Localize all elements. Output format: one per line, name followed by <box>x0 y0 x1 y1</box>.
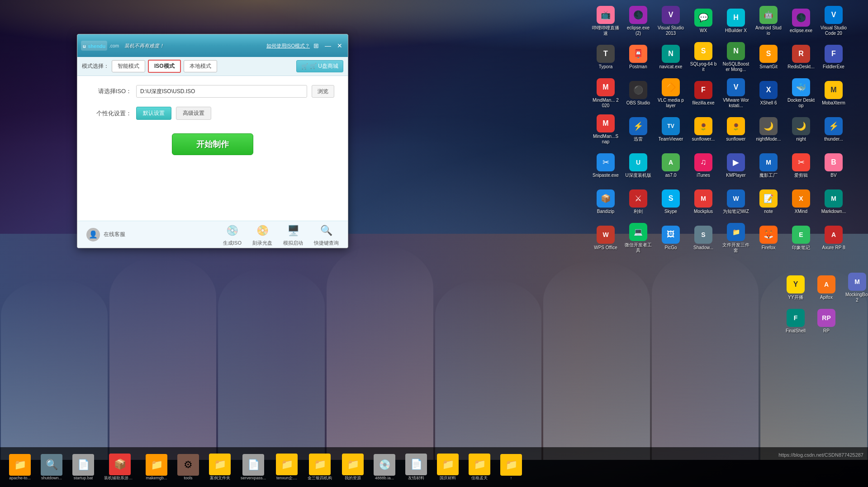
desktop-icon-picgo[interactable]: 🖼 PicGo <box>655 220 686 256</box>
desktop-icon-skype[interactable]: S Skype <box>655 184 686 220</box>
desktop-icon-rp[interactable]: RP RP <box>811 306 842 336</box>
desktop-icon-wechat[interactable]: 💬 WX <box>688 3 719 39</box>
restore-btn[interactable]: ⊞ <box>312 41 321 50</box>
desktop-icon-docker[interactable]: 🐳 Docker Desktop <box>786 75 816 111</box>
taskbar-tenxun[interactable]: 📁 tenxun企.... <box>272 452 301 483</box>
taskbar-startup[interactable]: 📄 startup.bat <box>69 452 98 482</box>
desktop-icon-lijian[interactable]: ⚔ 利剑 <box>623 184 654 220</box>
desktop-icon-mobaxtrem[interactable]: M MobaXterm <box>818 75 849 111</box>
desktop-icon-axure[interactable]: A Axure RP 8 <box>818 220 849 256</box>
minimize-btn[interactable]: — <box>323 41 332 50</box>
help-link[interactable]: 如何使用ISO模式？ <box>266 43 310 49</box>
desktop-icon-fiddler[interactable]: F FiddlerExe <box>818 39 849 75</box>
usb-btn-label: 🛒 U盘商城 <box>310 62 338 70</box>
desktop-icon-navicat[interactable]: N navicat.exe <box>655 39 686 75</box>
desktop-icon-itunes[interactable]: ♫ iTunes <box>688 147 719 184</box>
desktop-icon-mockingbot[interactable]: M MockingBot 2 <box>842 270 868 306</box>
desktop-icon-android-studio[interactable]: 🤖 Android Studio <box>753 3 784 39</box>
desktop-icon-filezilla[interactable]: F filezilla.exe <box>688 75 719 111</box>
taskbar-case-folder[interactable]: 📁 案例文件夹 <box>205 452 234 483</box>
desktop-icon-xmind[interactable]: X XMind <box>786 184 816 220</box>
customer-service[interactable]: 👤 在线客服 <box>86 228 125 241</box>
taskbar-makemgb[interactable]: 📁 makemgb... <box>142 452 171 482</box>
desktop-icon-bilibili[interactable]: 📺 哔哩哔哩直播速 <box>590 3 621 39</box>
taskbar-my-resource[interactable]: 📁 我的资源 <box>338 452 367 483</box>
desktop-icon-mockplus[interactable]: M Mockplus <box>688 184 719 220</box>
footer-generate-iso[interactable]: 💿 生成ISO <box>223 222 242 246</box>
desktop-icon-postman[interactable]: 📮 Postman <box>623 39 654 75</box>
desktop-icon-sunflower1[interactable]: 🌻 sunflower... <box>688 111 719 147</box>
desktop-icon-yy[interactable]: Y YY开播 <box>780 270 811 306</box>
desktop-icon-sqlyog[interactable]: S SQLyog-64 bit <box>688 39 719 75</box>
window-content: 请选择ISO： 浏览 个性化设置： 默认设置 高级设置 开始制作 <box>77 76 348 221</box>
iso-path-input[interactable] <box>136 85 307 98</box>
desktop-icon-ushendu[interactable]: U U深度装机版 <box>623 147 654 184</box>
footer-burn-disc[interactable]: 📀 刻录光盘 <box>252 222 272 246</box>
taskbar-apache[interactable]: 📁 apache-to... <box>5 452 34 482</box>
desktop-icon-magic-movie[interactable]: M 魔影工厂 <box>753 147 784 184</box>
taskbar-guoqing[interactable]: 📁 国庆材料 <box>433 452 462 483</box>
taskbar-games-zip[interactable]: 📦 装机辅助系游戏.zip <box>100 452 139 483</box>
desktop-icon-shadow[interactable]: S Shadow... <box>688 220 719 256</box>
taskbar-jiameng[interactable]: 📁 佳格孟天 <box>465 452 494 483</box>
desktop-icon-teamviewer[interactable]: TV TeamViewer <box>655 111 686 147</box>
desktop-icon-night[interactable]: 🌙 night <box>786 111 816 147</box>
desktop-icon-mindmansnap[interactable]: M MindMan...Snap <box>590 111 621 147</box>
taskbar-server[interactable]: 📄 serverxpass... <box>237 452 270 482</box>
desktop-icon-note[interactable]: 📝 note <box>753 184 784 220</box>
desktop-icon-wechat-dev[interactable]: 💻 微信开发者工具 <box>623 220 654 256</box>
desktop-icon-finalshell[interactable]: F FinalShell <box>780 306 811 336</box>
desktop-icon-wps[interactable]: W WPS Office <box>590 220 621 256</box>
advanced-settings-btn[interactable]: 高级设置 <box>176 107 211 120</box>
desktop-icon-sunflower2[interactable]: 🌻 sunflower <box>721 111 751 147</box>
desktop-icon-vlc[interactable]: 🔶 VLC media player <box>655 75 686 111</box>
taskbar-tools[interactable]: ⚙ tools <box>174 452 203 482</box>
start-make-btn[interactable]: 开始制作 <box>172 133 253 155</box>
tab-iso-mode[interactable]: ISO模式 <box>148 60 181 73</box>
desktop-icon-eclipse-exe[interactable]: 🌑 eclipse.exe <box>786 3 816 39</box>
desktop-icon-yinxiang[interactable]: E 印象笔记 <box>786 220 816 256</box>
desktop-icon-apifox[interactable]: A Apifox <box>811 270 842 306</box>
desktop-icon-smartgit[interactable]: S SmartGit <box>753 39 784 75</box>
close-btn[interactable]: ✕ <box>335 41 344 50</box>
desktop-icon-mindman2020[interactable]: M MindMan... 2020 <box>590 75 621 111</box>
desktop-icon-nosqlbooster[interactable]: N NoSQLBooster Mong... <box>721 39 751 75</box>
taskbar-iso[interactable]: 💿 4888b.ia... <box>370 452 399 482</box>
desktop-icon-nightmode1[interactable]: 🌙 nightMode... <box>753 111 784 147</box>
desktop-icon-redisdesktop[interactable]: R RedisDeskt... <box>786 39 816 75</box>
desktop-icon-obs[interactable]: ⚫ OBS Studio <box>623 75 654 111</box>
desktop-icon-as7[interactable]: A as7.0 <box>655 147 686 184</box>
footer-shortcut-query[interactable]: 🔍 快捷键查询 <box>314 222 339 246</box>
usb-store-btn[interactable]: 🛒 🛒 U盘商城 <box>296 60 343 72</box>
default-settings-btn[interactable]: 默认设置 <box>136 107 171 120</box>
desktop-icon-markdownpad[interactable]: M Markdown... <box>818 184 849 220</box>
desktop-icon-firefox[interactable]: 🦊 Firefox <box>753 220 784 256</box>
desktop-icon-weizhi[interactable]: W 为知笔记WiZ <box>721 184 751 220</box>
desktop-icon-devtools[interactable]: 📁 文件开发三件套 <box>721 220 751 256</box>
browse-btn[interactable]: 浏览 <box>312 85 334 98</box>
desktop-icon-aijianji[interactable]: ✂ 爱剪辑 <box>786 147 816 184</box>
taskbar-gold-silver[interactable]: 📁 金三银四机构 <box>304 452 336 483</box>
tab-smart-mode[interactable]: 智能模式 <box>112 60 145 72</box>
desktop-icon-bv[interactable]: B BV <box>818 147 849 184</box>
tab-local-mode[interactable]: 本地模式 <box>184 60 217 72</box>
desktop-icon-thunder[interactable]: ⚡ 迅雷 <box>623 111 654 147</box>
desktop-icon-typora[interactable]: T Typora <box>590 39 621 75</box>
mode-label: 模式选择： <box>82 62 109 70</box>
footer-simulate-boot[interactable]: 🖥️ 模拟启动 <box>283 222 303 246</box>
desktop-icon-bandizip[interactable]: 📦 Bandizip <box>590 184 621 220</box>
taskbar-shutdown[interactable]: 🔍 shutdown... <box>37 452 66 482</box>
desktop-icon-xshell[interactable]: X XShell 6 <box>753 75 784 111</box>
desktop-icon-eclipse2[interactable]: 🌑 eclipse.exe(2) <box>623 3 654 39</box>
avatar: 👤 <box>86 228 100 241</box>
desktop-icon-thunder1[interactable]: ⚡ thunder... <box>818 111 849 147</box>
simulate-boot-label: 模拟启动 <box>283 240 303 246</box>
desktop-icon-snipaste[interactable]: ✂ Snipaste.exe <box>590 147 621 184</box>
taskbar-youqing[interactable]: 📄 友情材料 <box>402 452 431 483</box>
desktop-icon-vmware[interactable]: V VMware Workstati... <box>721 75 751 111</box>
taskbar-arrow[interactable]: 📁 ↑ <box>497 452 526 482</box>
desktop-icon-vs2013[interactable]: V Visual Studio 2013 <box>655 3 686 39</box>
desktop-icon-vscode[interactable]: V Visual Studio Code 20 <box>818 3 849 39</box>
desktop-icon-kmplayer[interactable]: ▶ KMPlayer <box>721 147 751 184</box>
desktop-icon-hbuilder[interactable]: H HBuilder X <box>721 3 751 39</box>
